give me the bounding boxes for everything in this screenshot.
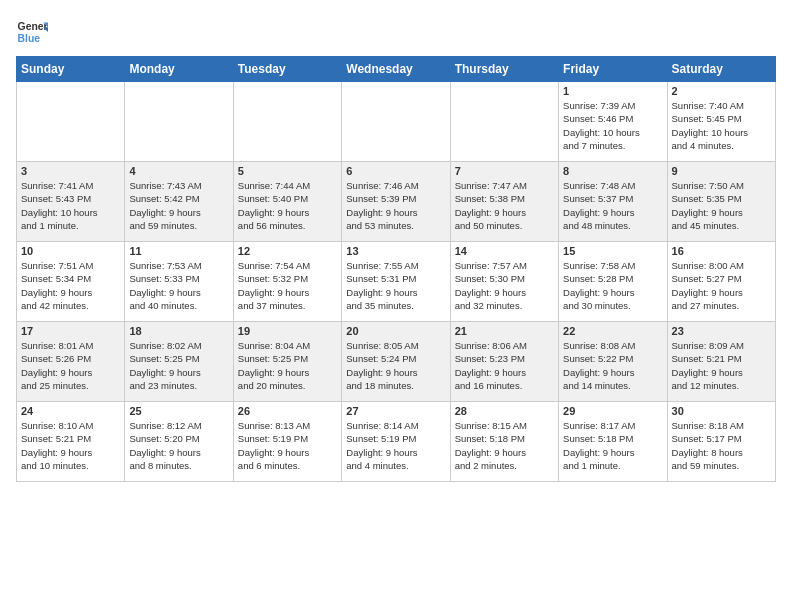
- day-number: 8: [563, 165, 662, 177]
- day-info: Sunrise: 8:14 AM Sunset: 5:19 PM Dayligh…: [346, 419, 445, 472]
- calendar-day: [233, 82, 341, 162]
- calendar-day: [450, 82, 558, 162]
- day-info: Sunrise: 8:05 AM Sunset: 5:24 PM Dayligh…: [346, 339, 445, 392]
- day-info: Sunrise: 7:58 AM Sunset: 5:28 PM Dayligh…: [563, 259, 662, 312]
- calendar-day: 30Sunrise: 8:18 AM Sunset: 5:17 PM Dayli…: [667, 402, 775, 482]
- calendar-day: 15Sunrise: 7:58 AM Sunset: 5:28 PM Dayli…: [559, 242, 667, 322]
- day-info: Sunrise: 7:48 AM Sunset: 5:37 PM Dayligh…: [563, 179, 662, 232]
- day-number: 15: [563, 245, 662, 257]
- day-number: 18: [129, 325, 228, 337]
- calendar-day: 28Sunrise: 8:15 AM Sunset: 5:18 PM Dayli…: [450, 402, 558, 482]
- calendar-week-3: 10Sunrise: 7:51 AM Sunset: 5:34 PM Dayli…: [17, 242, 776, 322]
- day-number: 25: [129, 405, 228, 417]
- day-info: Sunrise: 8:12 AM Sunset: 5:20 PM Dayligh…: [129, 419, 228, 472]
- day-number: 23: [672, 325, 771, 337]
- day-number: 24: [21, 405, 120, 417]
- day-number: 29: [563, 405, 662, 417]
- day-number: 13: [346, 245, 445, 257]
- calendar-day: 10Sunrise: 7:51 AM Sunset: 5:34 PM Dayli…: [17, 242, 125, 322]
- day-number: 6: [346, 165, 445, 177]
- day-info: Sunrise: 8:01 AM Sunset: 5:26 PM Dayligh…: [21, 339, 120, 392]
- day-number: 30: [672, 405, 771, 417]
- day-number: 26: [238, 405, 337, 417]
- day-number: 1: [563, 85, 662, 97]
- svg-text:General: General: [18, 21, 48, 32]
- day-number: 5: [238, 165, 337, 177]
- day-number: 7: [455, 165, 554, 177]
- day-info: Sunrise: 7:55 AM Sunset: 5:31 PM Dayligh…: [346, 259, 445, 312]
- calendar-day: 19Sunrise: 8:04 AM Sunset: 5:25 PM Dayli…: [233, 322, 341, 402]
- calendar-day: 25Sunrise: 8:12 AM Sunset: 5:20 PM Dayli…: [125, 402, 233, 482]
- day-number: 3: [21, 165, 120, 177]
- day-info: Sunrise: 8:10 AM Sunset: 5:21 PM Dayligh…: [21, 419, 120, 472]
- day-info: Sunrise: 8:09 AM Sunset: 5:21 PM Dayligh…: [672, 339, 771, 392]
- calendar-day: 9Sunrise: 7:50 AM Sunset: 5:35 PM Daylig…: [667, 162, 775, 242]
- day-info: Sunrise: 7:40 AM Sunset: 5:45 PM Dayligh…: [672, 99, 771, 152]
- calendar-day: 7Sunrise: 7:47 AM Sunset: 5:38 PM Daylig…: [450, 162, 558, 242]
- day-info: Sunrise: 7:50 AM Sunset: 5:35 PM Dayligh…: [672, 179, 771, 232]
- calendar-day: 29Sunrise: 8:17 AM Sunset: 5:18 PM Dayli…: [559, 402, 667, 482]
- day-number: 19: [238, 325, 337, 337]
- day-number: 21: [455, 325, 554, 337]
- calendar-day: 26Sunrise: 8:13 AM Sunset: 5:19 PM Dayli…: [233, 402, 341, 482]
- calendar-header-row: SundayMondayTuesdayWednesdayThursdayFrid…: [17, 57, 776, 82]
- day-info: Sunrise: 8:02 AM Sunset: 5:25 PM Dayligh…: [129, 339, 228, 392]
- day-info: Sunrise: 8:06 AM Sunset: 5:23 PM Dayligh…: [455, 339, 554, 392]
- calendar-table: SundayMondayTuesdayWednesdayThursdayFrid…: [16, 56, 776, 482]
- col-header-friday: Friday: [559, 57, 667, 82]
- calendar-day: [342, 82, 450, 162]
- calendar-day: 24Sunrise: 8:10 AM Sunset: 5:21 PM Dayli…: [17, 402, 125, 482]
- col-header-wednesday: Wednesday: [342, 57, 450, 82]
- calendar-day: 6Sunrise: 7:46 AM Sunset: 5:39 PM Daylig…: [342, 162, 450, 242]
- day-info: Sunrise: 8:15 AM Sunset: 5:18 PM Dayligh…: [455, 419, 554, 472]
- col-header-monday: Monday: [125, 57, 233, 82]
- day-number: 12: [238, 245, 337, 257]
- calendar-week-1: 1Sunrise: 7:39 AM Sunset: 5:46 PM Daylig…: [17, 82, 776, 162]
- calendar-day: 12Sunrise: 7:54 AM Sunset: 5:32 PM Dayli…: [233, 242, 341, 322]
- day-number: 16: [672, 245, 771, 257]
- day-number: 22: [563, 325, 662, 337]
- day-number: 2: [672, 85, 771, 97]
- day-info: Sunrise: 7:39 AM Sunset: 5:46 PM Dayligh…: [563, 99, 662, 152]
- calendar-day: 17Sunrise: 8:01 AM Sunset: 5:26 PM Dayli…: [17, 322, 125, 402]
- calendar-day: 23Sunrise: 8:09 AM Sunset: 5:21 PM Dayli…: [667, 322, 775, 402]
- day-info: Sunrise: 7:41 AM Sunset: 5:43 PM Dayligh…: [21, 179, 120, 232]
- col-header-thursday: Thursday: [450, 57, 558, 82]
- day-number: 9: [672, 165, 771, 177]
- day-info: Sunrise: 7:47 AM Sunset: 5:38 PM Dayligh…: [455, 179, 554, 232]
- svg-text:Blue: Blue: [18, 33, 41, 44]
- calendar-week-5: 24Sunrise: 8:10 AM Sunset: 5:21 PM Dayli…: [17, 402, 776, 482]
- day-info: Sunrise: 8:00 AM Sunset: 5:27 PM Dayligh…: [672, 259, 771, 312]
- day-info: Sunrise: 7:46 AM Sunset: 5:39 PM Dayligh…: [346, 179, 445, 232]
- calendar-day: [17, 82, 125, 162]
- calendar-day: 18Sunrise: 8:02 AM Sunset: 5:25 PM Dayli…: [125, 322, 233, 402]
- day-info: Sunrise: 8:18 AM Sunset: 5:17 PM Dayligh…: [672, 419, 771, 472]
- calendar-day: 21Sunrise: 8:06 AM Sunset: 5:23 PM Dayli…: [450, 322, 558, 402]
- calendar-day: 4Sunrise: 7:43 AM Sunset: 5:42 PM Daylig…: [125, 162, 233, 242]
- day-info: Sunrise: 7:53 AM Sunset: 5:33 PM Dayligh…: [129, 259, 228, 312]
- logo: General Blue: [16, 16, 48, 48]
- calendar-day: 11Sunrise: 7:53 AM Sunset: 5:33 PM Dayli…: [125, 242, 233, 322]
- day-info: Sunrise: 8:04 AM Sunset: 5:25 PM Dayligh…: [238, 339, 337, 392]
- day-number: 10: [21, 245, 120, 257]
- calendar-day: 22Sunrise: 8:08 AM Sunset: 5:22 PM Dayli…: [559, 322, 667, 402]
- day-info: Sunrise: 7:44 AM Sunset: 5:40 PM Dayligh…: [238, 179, 337, 232]
- day-number: 20: [346, 325, 445, 337]
- page-header: General Blue: [16, 16, 776, 48]
- calendar-day: 5Sunrise: 7:44 AM Sunset: 5:40 PM Daylig…: [233, 162, 341, 242]
- day-number: 4: [129, 165, 228, 177]
- day-info: Sunrise: 7:54 AM Sunset: 5:32 PM Dayligh…: [238, 259, 337, 312]
- col-header-saturday: Saturday: [667, 57, 775, 82]
- calendar-day: 8Sunrise: 7:48 AM Sunset: 5:37 PM Daylig…: [559, 162, 667, 242]
- day-number: 17: [21, 325, 120, 337]
- logo-icon: General Blue: [16, 16, 48, 48]
- calendar-day: 16Sunrise: 8:00 AM Sunset: 5:27 PM Dayli…: [667, 242, 775, 322]
- day-number: 11: [129, 245, 228, 257]
- calendar-day: 27Sunrise: 8:14 AM Sunset: 5:19 PM Dayli…: [342, 402, 450, 482]
- calendar-day: 13Sunrise: 7:55 AM Sunset: 5:31 PM Dayli…: [342, 242, 450, 322]
- day-info: Sunrise: 7:51 AM Sunset: 5:34 PM Dayligh…: [21, 259, 120, 312]
- calendar-week-2: 3Sunrise: 7:41 AM Sunset: 5:43 PM Daylig…: [17, 162, 776, 242]
- day-info: Sunrise: 8:13 AM Sunset: 5:19 PM Dayligh…: [238, 419, 337, 472]
- day-number: 28: [455, 405, 554, 417]
- day-number: 14: [455, 245, 554, 257]
